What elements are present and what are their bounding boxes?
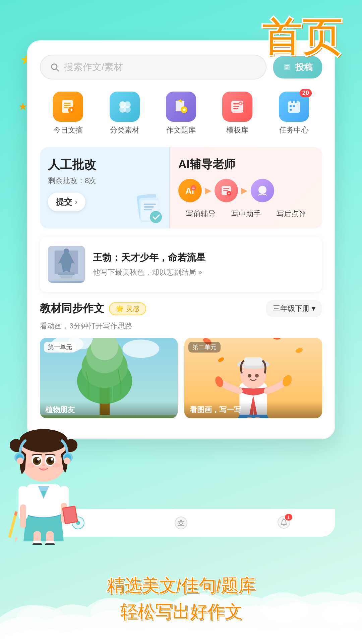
daily-digest-icon: ✦ (53, 92, 83, 122)
svg-rect-99 (18, 486, 28, 520)
svg-point-120 (52, 463, 60, 468)
svg-rect-39 (144, 206, 154, 208)
svg-rect-28 (291, 100, 293, 103)
svg-rect-123 (8, 511, 17, 538)
svg-marker-124 (14, 537, 18, 543)
arrow-icon-2: ▶ (241, 186, 247, 195)
svg-rect-9 (64, 103, 71, 104)
svg-text:✏: ✏ (192, 186, 195, 190)
grade-selector[interactable]: 三年级下册 ▾ (266, 300, 322, 317)
textbook-title: 教材同步作文 (40, 301, 104, 316)
template-bank-icon: ♥ (222, 92, 252, 122)
svg-point-122 (42, 464, 45, 466)
svg-point-86 (175, 517, 187, 529)
notification-badge: 1 (285, 514, 292, 521)
bottom-nav-camera[interactable] (174, 516, 188, 530)
svg-point-113 (33, 457, 41, 465)
textbook-card-draw-write[interactable]: 第二单元 看图画，写一写 (184, 338, 322, 418)
home-icon (71, 516, 85, 530)
ai-step-label-1: 写前辅导 (178, 209, 224, 219)
search-placeholder: 搜索作文/素材 (64, 61, 123, 73)
svg-rect-47 (223, 190, 228, 191)
correction-title: 人工批改 (48, 157, 161, 173)
article-title: 王勃：天才少年，命若流星 (93, 251, 314, 264)
submit-action-label: 提交 (56, 197, 72, 207)
svg-rect-91 (284, 518, 284, 520)
promo-text-line1: 精选美文/佳句/题库 (0, 574, 362, 598)
textbook-header: 教材同步作文 🌟 灵感 三年级下册 ▾ (40, 300, 322, 317)
svg-rect-31 (293, 105, 295, 107)
article-thumbnail (48, 246, 85, 283)
svg-rect-89 (180, 520, 182, 522)
svg-point-121 (41, 468, 46, 471)
linggan-badge: 🌟 灵感 (109, 302, 146, 315)
svg-point-54 (64, 249, 69, 254)
svg-rect-29 (295, 100, 297, 103)
nav-item-categorized-material[interactable]: 分类素材 (110, 92, 140, 135)
card1-label: 植物朋友 (40, 401, 178, 418)
textbook-title-wrap: 教材同步作文 🌟 灵感 (40, 301, 146, 316)
ai-step-labels: 写前辅导 写中助手 写后点评 (178, 209, 314, 219)
svg-point-114 (46, 457, 54, 465)
bottom-text-section: 精选美文/佳句/题库 轻松写出好作文 (0, 574, 362, 624)
arrow-icon-1: ▶ (205, 186, 211, 195)
bottom-nav-notifications[interactable]: 1 (277, 515, 291, 531)
svg-text:★: ★ (182, 107, 186, 112)
svg-point-110 (64, 458, 70, 464)
svg-rect-38 (144, 204, 156, 205)
svg-point-118 (51, 458, 53, 461)
linggan-label: 🌟 灵感 (116, 304, 139, 313)
svg-point-85 (76, 521, 80, 525)
nav-item-daily-digest[interactable]: ✦ 今日文摘 (53, 92, 83, 135)
nav-label-composition-bank: 作文题库 (166, 125, 196, 135)
svg-rect-97 (33, 543, 42, 545)
ai-tutor-panel[interactable]: AI辅导老师 AI ✏ ▶ (170, 147, 322, 228)
article-desc: 他写下最美秋色，却以悲剧结局 » (93, 267, 314, 277)
correction-section: 人工批改 剩余批改：8次 提交 › (40, 147, 322, 228)
nav-label-task-center: 任务中心 (279, 125, 309, 135)
svg-point-17 (124, 106, 131, 113)
textbook-section: 教材同步作文 🌟 灵感 三年级下册 ▾ 看动画，3分钟打开写作思路 (40, 300, 322, 418)
nav-label-categorized: 分类素材 (110, 125, 139, 135)
human-correction-panel[interactable]: 人工批改 剩余批改：8次 提交 › (40, 147, 169, 228)
nav-item-template-bank[interactable]: ♥ 模板库 (222, 92, 252, 135)
ai-step-3-icon: 😊 (251, 179, 274, 202)
svg-line-6 (56, 69, 58, 71)
svg-point-109 (17, 458, 23, 464)
svg-rect-95 (33, 541, 42, 545)
svg-rect-11 (64, 107, 69, 108)
search-input-wrap[interactable]: 搜索作文/素材 (40, 55, 266, 79)
svg-point-117 (37, 458, 40, 461)
ai-step-1-icon: AI ✏ (178, 179, 202, 202)
card2-label: 看图画，写一写 (184, 401, 322, 418)
svg-rect-34 (293, 109, 295, 111)
svg-point-61 (123, 339, 160, 358)
promo-text-line2: 轻松写出好作文 (0, 600, 362, 624)
bottom-nav-home[interactable] (71, 516, 85, 530)
svg-rect-76 (244, 357, 262, 366)
bottom-nav: 1 (27, 509, 335, 537)
submit-action-button[interactable]: 提交 › (48, 193, 85, 211)
article-content: 王勃：天才少年，命若流星 他写下最美秋色，却以悲剧结局 » (93, 251, 314, 277)
svg-point-105 (14, 452, 24, 463)
svg-rect-23 (233, 106, 239, 107)
textbook-card-plants[interactable]: 第一单元 植物朋友 (40, 338, 178, 418)
star-icon-2: ★ (18, 101, 27, 112)
nav-item-composition-bank[interactable]: ★ 作文题库 (166, 92, 196, 135)
svg-point-103 (19, 433, 68, 482)
article-card[interactable]: 王勃：天才少年，命若流星 他写下最美秋色，却以悲剧结局 » (40, 236, 322, 292)
nav-item-task-center[interactable]: 20 任务中心 (279, 92, 309, 135)
svg-rect-30 (290, 105, 292, 107)
search-icon (50, 62, 59, 72)
chevron-right-icon: › (75, 197, 77, 207)
ai-step-label-2: 写中助手 (224, 209, 269, 219)
svg-point-78 (255, 374, 259, 378)
svg-rect-100 (20, 504, 26, 528)
submit-icon (283, 62, 292, 72)
nav-label-daily-digest: 今日文摘 (53, 125, 83, 135)
svg-point-108 (64, 454, 71, 461)
svg-point-50 (258, 186, 266, 194)
textbook-cards: 第一单元 植物朋友 (40, 338, 322, 418)
svg-point-106 (63, 452, 73, 463)
svg-point-112 (45, 454, 56, 466)
